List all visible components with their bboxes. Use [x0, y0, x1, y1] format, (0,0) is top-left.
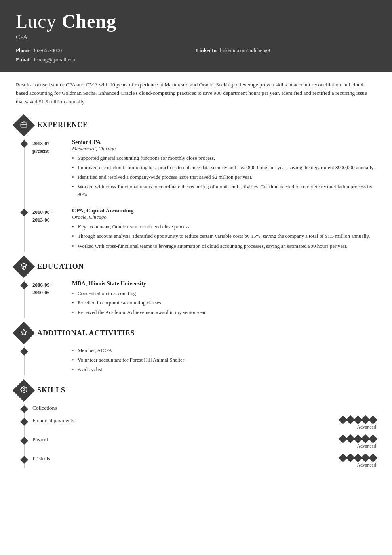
edu-1-bullets: Concentration in accounting Excelled in … [72, 289, 376, 316]
email-value: lcheng@gamail.com [34, 57, 77, 63]
activities-icon [13, 322, 35, 344]
contacts-section: Phone 362-657-0000 LinkedIn linkedin.com… [16, 47, 376, 63]
experience-header: EXPERIENCE [16, 117, 376, 133]
job-item-2: 2010-08 - 2013-06 CPA, Capital Accountin… [25, 207, 376, 251]
job-1-date: 2013-07 - present [32, 139, 72, 201]
edu-1-date: 2006-09 - 2010-06 [32, 280, 72, 318]
edu-item-1: 2006-09 - 2010-06 MBA, Illinois State Un… [25, 280, 376, 318]
education-header: EDUCATION [16, 259, 376, 275]
email-contact: E-mail lcheng@gamail.com [16, 57, 172, 63]
summary-section: Results-focused senior CPA and CMA with … [0, 72, 392, 113]
bullet: Improved use of cloud computing best pra… [72, 164, 376, 172]
activities-item: Member, AICPA Volunteer accountant for F… [25, 346, 376, 375]
main-content: EXPERIENCE 2013-07 - present Senior CPA … [0, 117, 392, 490]
skill-rating-it: Advanced [329, 455, 376, 468]
education-section: EDUCATION 2006-09 - 2010-06 MBA, Illinoi… [16, 259, 376, 318]
activities-section: ADDITIONAL ACTIVITIES Member, AICPA Volu… [16, 325, 376, 375]
phone-contact: Phone 362-657-0000 [16, 47, 172, 54]
education-title: EDUCATION [37, 262, 84, 271]
education-timeline: 2006-09 - 2010-06 MBA, Illinois State Un… [24, 280, 376, 318]
skill-dots-financial [340, 417, 376, 423]
bullet: Avid cyclist [72, 366, 184, 373]
star-icon [20, 329, 27, 337]
summary-text: Results-focused senior CPA and CMA with … [16, 80, 376, 106]
skill-rating-financial: Advanced [329, 417, 376, 430]
skill-it: IT skills Advanced [25, 455, 376, 468]
job-2-bullets: Key accountant, Oracle team month-end cl… [72, 223, 376, 250]
bullet: Excelled in corporate accounting classes [72, 299, 376, 307]
dot [369, 434, 378, 443]
experience-title: EXPERIENCE [37, 121, 88, 129]
job-2-date: 2010-08 - 2013-06 [32, 207, 72, 251]
linkedin-contact: LinkedIn linkedin.com/in/lcheng9 [196, 47, 352, 54]
skill-payroll: Payroll Advanced [25, 436, 376, 449]
dot [369, 415, 378, 424]
skill-level-payroll: Advanced [357, 443, 376, 449]
education-icon [13, 255, 35, 278]
skill-level-it: Advanced [357, 462, 376, 468]
candidate-name: Lucy Cheng [16, 11, 376, 32]
skills-header: SKILLS [16, 383, 376, 398]
phone-label: Phone [16, 47, 30, 54]
dot [369, 453, 378, 462]
bullet: Key accountant, Oracle team month-end cl… [72, 223, 376, 231]
email-label: E-mail [16, 57, 31, 63]
candidate-title: CPA [16, 34, 376, 41]
activities-timeline: Member, AICPA Volunteer accountant for F… [24, 346, 376, 375]
bullet: Supported general accounting functions f… [72, 154, 376, 162]
briefcase-icon [20, 121, 27, 130]
skills-section: SKILLS Collections Financial payments [16, 383, 376, 468]
experience-timeline: 2013-07 - present Senior CPA Mastercard,… [24, 139, 376, 252]
svg-point-6 [23, 388, 25, 390]
skills-gear-icon [20, 386, 27, 395]
experience-section: EXPERIENCE 2013-07 - present Senior CPA … [16, 117, 376, 252]
job-2-title: CPA, Capital Accounting [72, 207, 376, 214]
skill-dots-it [340, 455, 376, 461]
svg-marker-5 [21, 329, 27, 335]
skills-title: SKILLS [37, 386, 65, 394]
bullet: Volunteer accountant for Forest Hill Ani… [72, 356, 184, 364]
job-1-title: Senior CPA [72, 139, 376, 145]
skills-icon [13, 379, 35, 402]
bullet: Member, AICPA [72, 346, 184, 354]
job-1-company: Mastercard, Chicago [72, 145, 376, 152]
bullet: Identified and resolved a company-wide p… [72, 173, 376, 181]
job-2-company: Oracle, Chicago [72, 214, 376, 220]
activities-bullets: Member, AICPA Volunteer accountant for F… [72, 346, 184, 375]
activities-title: ADDITIONAL ACTIVITIES [37, 329, 135, 337]
bullet: Worked with cross-functional teams to co… [72, 183, 376, 199]
experience-icon [13, 114, 35, 136]
job-item-1: 2013-07 - present Senior CPA Mastercard,… [25, 139, 376, 201]
bullet: Worked with cross-functional teams to le… [72, 242, 376, 250]
skill-name-financial: Financial payments [32, 417, 329, 424]
activities-header: ADDITIONAL ACTIVITIES [16, 325, 376, 341]
skill-level-financial: Advanced [357, 424, 376, 430]
job-1-bullets: Supported general accounting functions f… [72, 154, 376, 199]
bullet: Concentration in accounting [72, 289, 376, 297]
skill-financial: Financial payments Advanced [25, 417, 376, 430]
edu-1-degree: MBA, Illinois State University [72, 280, 376, 287]
skill-dots-payroll [340, 436, 376, 442]
svg-rect-0 [21, 123, 27, 127]
linkedin-label: LinkedIn [196, 47, 217, 54]
edu-1-content: MBA, Illinois State University Concentra… [72, 280, 376, 318]
bullet: Received the Academic Achievement award … [72, 308, 376, 316]
skill-collections: Collections [25, 404, 376, 411]
linkedin-value: linkedin.com/in/lcheng9 [220, 47, 270, 54]
skill-name-collections: Collections [32, 404, 376, 411]
job-2-content: CPA, Capital Accounting Oracle, Chicago … [72, 207, 376, 251]
skill-rating-payroll: Advanced [329, 436, 376, 449]
bullet: Through account analysis, identified opp… [72, 232, 376, 240]
resume-header: Lucy Cheng CPA Phone 362-657-0000 Linked… [0, 0, 392, 72]
skill-name-payroll: Payroll [32, 436, 329, 443]
first-name: Lucy [16, 11, 62, 32]
job-1-content: Senior CPA Mastercard, Chicago Supported… [72, 139, 376, 201]
skill-name-it: IT skills [32, 455, 329, 462]
graduation-icon [20, 262, 27, 271]
last-name: Cheng [62, 11, 116, 32]
phone-value: 362-657-0000 [33, 47, 62, 54]
skills-timeline: Collections Financial payments Advanced [24, 404, 376, 468]
